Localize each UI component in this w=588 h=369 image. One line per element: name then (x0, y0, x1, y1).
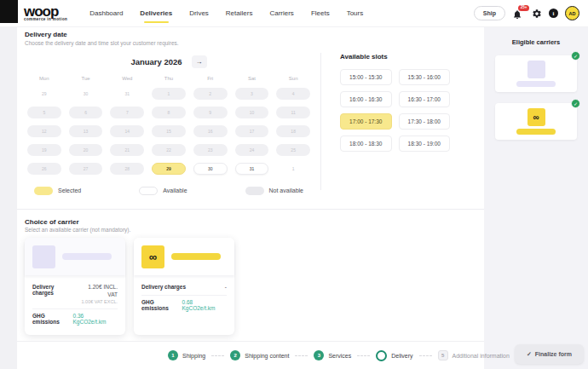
time-slot-16-00-16-30[interactable]: 16:00 - 16:30 (340, 91, 392, 107)
calendar-day-27: 27 (69, 163, 103, 175)
eligible-carrier-card-2: ✓ ∞ (495, 103, 577, 140)
ghg-emissions-value: 0.68 KgCO2e/t.km (182, 299, 227, 311)
step-shipping-content[interactable]: 2Shipping content (230, 350, 289, 360)
calendar-day-9: 9 (193, 107, 228, 118)
eligible-carrier-2-logo: ∞ (527, 108, 545, 126)
time-slot-15-00-15-30[interactable]: 15:00 - 15:30 (340, 69, 392, 85)
carrier-choice-subtitle: Select an available carrier (not mandato… (25, 227, 476, 233)
logo-wordmark: woop (24, 6, 67, 17)
calendar-grid: MonTueWedThuFriSatSun2930311234567891011… (20, 76, 317, 175)
step-number: 1 (168, 350, 178, 360)
nav-item-tours[interactable]: Tours (347, 9, 364, 17)
settings-button[interactable] (532, 9, 542, 19)
help-button[interactable]: i (549, 9, 558, 18)
legend-label: Not available (269, 187, 303, 193)
calendar-day-16: 16 (193, 125, 228, 137)
user-avatar[interactable]: AD (565, 6, 579, 20)
step-label: Shipping (182, 353, 205, 359)
calendar-day-21: 21 (110, 144, 144, 156)
time-slot-18-30-19-00[interactable]: 18:30 - 19:00 (399, 135, 451, 152)
main-nav: DashboardDeliveriesDrivesRetailersCarrie… (89, 9, 363, 17)
time-slot-18-00-18-30[interactable]: 18:00 - 18:30 (340, 135, 392, 152)
step-services[interactable]: 3Services (314, 350, 351, 360)
delivery-date-title: Delivery date (25, 31, 476, 38)
calendar-next-month-button[interactable]: → (192, 55, 207, 68)
calendar-day-2: 2 (193, 88, 228, 100)
calendar-day-6: 6 (69, 107, 103, 118)
finalize-form-button[interactable]: ✓ Finalize form (515, 344, 584, 364)
carrier-card-1[interactable]: Delivery charges 1.20€ INCL. VAT 1.00€ V… (25, 238, 125, 335)
carrier-1-name-bar (62, 253, 112, 260)
carrier-card-2[interactable]: ∞ Delivery charges - GHG emissions 0.68 … (134, 238, 234, 335)
calendar-day-28: 28 (110, 163, 144, 175)
calendar-day-29[interactable]: 29 (152, 163, 186, 175)
calendar-day-29: 29 (27, 88, 61, 100)
carrier-2-name-bar (171, 253, 221, 260)
charge-incl-vat: 1.20€ INCL. VAT (77, 284, 118, 299)
calendar-day-31[interactable]: 31 (235, 163, 269, 175)
step-shipping[interactable]: 1Shipping (168, 350, 205, 360)
legend-item-na: Not available (245, 187, 303, 195)
delivery-charges-value: - (225, 284, 227, 291)
calendar-day-17: 17 (235, 125, 269, 137)
calendar-day-1: 1 (276, 163, 310, 175)
step-connector (211, 355, 224, 356)
progress-footer: 1Shipping2Shipping content3ServicesDeliv… (17, 341, 484, 369)
calendar-day-11: 11 (276, 107, 310, 118)
slots-grid: 15:00 - 15:3015:30 - 16:0016:00 - 16:301… (340, 69, 450, 152)
eligible-carrier-2-name-bar (516, 129, 556, 135)
calendar-day-7: 7 (110, 107, 144, 118)
legend-swatch (34, 187, 53, 195)
app-root: woop commerce in motion DashboardDeliver… (0, 0, 588, 369)
legend-item-av: Available (139, 187, 187, 195)
logo-tagline: commerce in motion (24, 17, 67, 21)
notification-badge: 25+ (518, 5, 529, 12)
ship-button[interactable]: Ship (474, 6, 505, 20)
time-slot-16-30-17-00[interactable]: 16:30 - 17:00 (399, 91, 451, 107)
top-navigation-bar: woop commerce in motion DashboardDeliver… (0, 0, 588, 27)
nav-item-drives[interactable]: Drives (189, 9, 209, 17)
legend-swatch (245, 187, 264, 195)
calendar-day-30[interactable]: 30 (193, 163, 228, 175)
delivery-charges-row: Delivery charges 1.20€ INCL. VAT 1.00€ V… (32, 280, 118, 308)
window-corner (0, 0, 18, 23)
carrier-card-2-header: ∞ (134, 238, 234, 275)
step-number: 5 (438, 350, 448, 360)
charge-excl-vat: 1.00€ VAT EXCL. (82, 299, 118, 305)
check-badge-icon: ✓ (571, 51, 580, 61)
step-label: Shipping content (245, 353, 289, 359)
notifications-button[interactable]: 25+ (512, 8, 525, 20)
weekday-label: Sun (276, 76, 310, 81)
calendar-day-19: 19 (27, 144, 61, 156)
step-number: 3 (314, 350, 324, 360)
nav-item-carriers[interactable]: Carriers (269, 9, 293, 17)
woop-logo[interactable]: woop commerce in motion (24, 6, 67, 21)
calendar-day-26: 26 (27, 163, 61, 175)
time-slot-15-30-16-00[interactable]: 15:30 - 16:00 (399, 69, 451, 85)
step-additional-information[interactable]: 5Additional information (438, 350, 510, 360)
nav-item-dashboard[interactable]: Dashboard (89, 9, 123, 17)
delivery-charges-label: Delivery charges (141, 284, 186, 290)
legend-swatch (139, 187, 158, 195)
calendar-day-4: 4 (276, 88, 310, 100)
time-slot-17-00-17-30[interactable]: 17:00 - 17:30 (340, 113, 392, 130)
info-icon: i (553, 10, 555, 16)
time-slot-17-30-18-00[interactable]: 17:30 - 18:00 (399, 113, 451, 130)
weekday-label: Thu (152, 76, 186, 81)
weekday-label: Fri (193, 76, 228, 81)
eligible-carriers-panel: Eligible carriers ✓ ✓ ∞ ✓ Finalize form (484, 27, 588, 369)
nav-item-deliveries[interactable]: Deliveries (140, 9, 172, 17)
calendar-day-13: 13 (69, 125, 103, 137)
step-label: Services (328, 353, 351, 359)
calendar-day-30: 30 (69, 88, 103, 100)
step-delivery[interactable]: Delivery (376, 350, 412, 361)
legend-label: Selected (58, 187, 81, 193)
calendar-day-1: 1 (152, 88, 186, 100)
carrier-choice-title: Choice of carrier (25, 218, 476, 226)
delivery-charges-value: 1.20€ INCL. VAT 1.00€ VAT EXCL. (77, 284, 118, 305)
nav-item-retailers[interactable]: Retailers (226, 9, 253, 17)
calendar-header: January 2026 → (20, 55, 317, 68)
calendar-day-18: 18 (276, 125, 310, 137)
nav-item-fleets[interactable]: Fleets (311, 9, 330, 17)
main-panel: Delivery date Choose the delivery date a… (17, 27, 484, 341)
